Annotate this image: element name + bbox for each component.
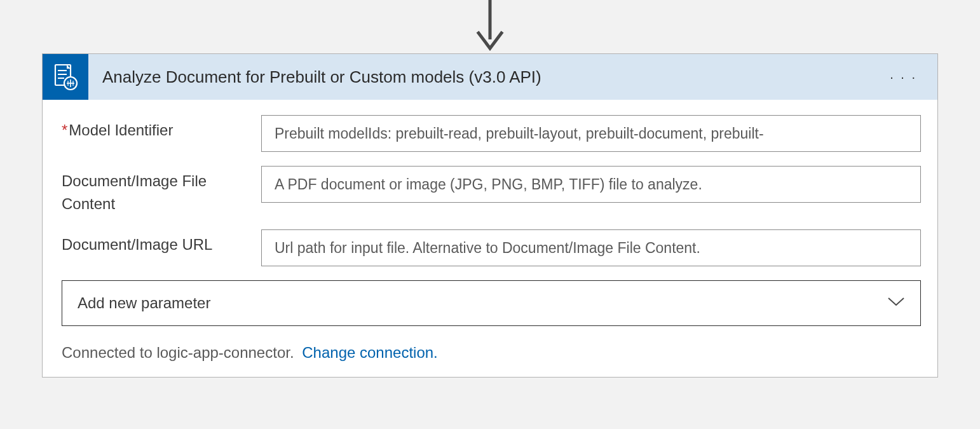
flow-arrow-connector bbox=[476, 0, 504, 53]
field-label: Document/Image File Content bbox=[62, 166, 261, 215]
model-identifier-input[interactable] bbox=[261, 115, 921, 152]
action-card: Analyze Document for Prebuilt or Custom … bbox=[42, 53, 938, 378]
required-asterisk: * bbox=[62, 121, 67, 139]
add-new-parameter-label: Add new parameter bbox=[78, 294, 210, 312]
action-title: Analyze Document for Prebuilt or Custom … bbox=[102, 67, 541, 87]
field-row-model-identifier: *Model Identifier bbox=[62, 115, 921, 152]
action-card-body: *Model Identifier Document/Image File Co… bbox=[43, 100, 937, 377]
add-new-parameter-dropdown[interactable]: Add new parameter bbox=[62, 280, 921, 326]
more-options-button[interactable]: · · · bbox=[886, 66, 921, 88]
document-url-input[interactable] bbox=[261, 229, 921, 266]
chevron-down-icon bbox=[887, 297, 905, 310]
change-connection-link[interactable]: Change connection. bbox=[302, 344, 438, 361]
document-file-content-input[interactable] bbox=[261, 166, 921, 203]
connection-info: Connected to logic-app-connector. Change… bbox=[62, 344, 921, 362]
connected-text: Connected to logic-app-connector. bbox=[62, 344, 294, 361]
action-card-header[interactable]: Analyze Document for Prebuilt or Custom … bbox=[43, 54, 937, 100]
field-row-file-content: Document/Image File Content bbox=[62, 166, 921, 215]
field-label: Document/Image URL bbox=[62, 229, 261, 256]
form-recognizer-icon bbox=[43, 54, 88, 100]
field-row-document-url: Document/Image URL bbox=[62, 229, 921, 266]
field-label: *Model Identifier bbox=[62, 115, 261, 142]
